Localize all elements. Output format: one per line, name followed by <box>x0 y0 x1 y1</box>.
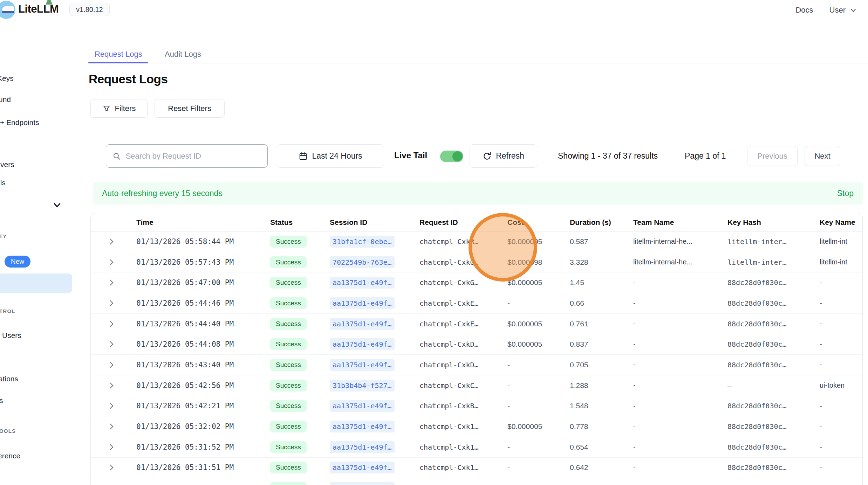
cell-cost: - <box>507 437 510 457</box>
session-id-link[interactable]: aa1375d1-e49f… <box>330 462 395 473</box>
cell-key-name: ui-token <box>820 375 845 396</box>
time-range-button[interactable]: Last 24 Hours <box>277 144 384 168</box>
expand-row-chevron-icon[interactable] <box>108 362 114 368</box>
cell-team-name: - <box>633 375 636 396</box>
sidebar-item-logs-selected[interactable] <box>0 273 72 293</box>
table-row: 01/13/2026 05:47:00 PM Success aa1375d1-… <box>91 272 862 293</box>
status-badge: Success <box>270 297 307 309</box>
reset-filters-button[interactable]: Reset Filters <box>155 99 225 118</box>
cell-cost: $0.000005 <box>507 314 542 334</box>
cell-request-id: chatcmpl-Cxk1… <box>419 478 479 485</box>
cell-key-hash: 88dc28d0f030c… <box>727 355 787 375</box>
cell-time: 01/13/2026 05:44:46 PM <box>136 293 234 313</box>
cell-request-id: chatcmpl-Cxk1… <box>419 437 479 457</box>
live-tail-toggle[interactable] <box>440 151 463 162</box>
sidebar-item-teams[interactable]: s <box>0 396 3 405</box>
col-header-cost: Cost <box>507 213 524 231</box>
sidebar-item-guardrails[interactable]: ils <box>0 179 6 187</box>
session-id-link[interactable]: aa1375d1-e49f… <box>330 277 395 289</box>
previous-page-button[interactable]: Previous <box>747 146 798 166</box>
sidebar-collapse-chevron-icon[interactable] <box>53 200 62 209</box>
litellm-logo <box>0 1 15 19</box>
tab-request-logs[interactable]: Request Logs <box>95 50 142 59</box>
expand-row-chevron-icon[interactable] <box>108 424 114 430</box>
cell-time: 01/13/2026 05:44:08 PM <box>136 334 234 354</box>
cell-duration: 0.705 <box>570 355 588 375</box>
expand-row-chevron-icon[interactable] <box>108 259 114 265</box>
user-menu[interactable]: User <box>829 6 857 15</box>
expand-row-chevron-icon[interactable] <box>108 300 114 306</box>
status-badge: Success <box>270 318 307 330</box>
session-id-link[interactable]: aa1375d1-e49f… <box>330 482 395 485</box>
search-input[interactable] <box>126 152 261 161</box>
cell-duration: 0.642 <box>570 458 588 478</box>
cell-duration: 1.45 <box>570 272 584 293</box>
session-id-link[interactable]: aa1375d1-e49f… <box>330 421 395 432</box>
cell-request-id: chatcmpl-CxkD… <box>419 334 479 354</box>
cell-key-name: - <box>820 478 822 485</box>
table-row: 01/13/2026 05:42:56 PM Success 31b3b4b4-… <box>91 375 862 396</box>
stop-auto-refresh-link[interactable]: Stop <box>837 189 854 198</box>
session-id-link[interactable]: aa1375d1-e49f… <box>330 400 395 412</box>
cell-key-hash: 88dc28d0f030c… <box>727 478 787 485</box>
cell-cost: - <box>507 458 510 478</box>
expand-row-chevron-icon[interactable] <box>108 321 114 327</box>
session-id-link[interactable]: 31b3b4b4-f527… <box>330 380 395 392</box>
results-count: Showing 1 - 37 of 37 results <box>558 151 658 161</box>
status-badge: Success <box>270 421 307 432</box>
filters-button[interactable]: Filters <box>90 99 148 118</box>
sidebar-section-observability: TY <box>0 233 7 239</box>
sidebar-item-servers[interactable]: rvers <box>0 160 14 169</box>
status-badge: Success <box>270 236 307 248</box>
expand-row-chevron-icon[interactable] <box>108 238 114 244</box>
cell-time: 01/13/2026 05:31:51 PM <box>136 458 234 478</box>
sidebar-item-users[interactable]: Users <box>2 331 21 340</box>
cell-key-hash: 88dc28d0f030c… <box>727 396 787 416</box>
sidebar-item-playground[interactable]: und <box>0 95 11 104</box>
session-id-link[interactable]: aa1375d1-e49f… <box>330 338 395 350</box>
expand-row-chevron-icon[interactable] <box>108 341 114 347</box>
session-id-link[interactable]: aa1375d1-e49f… <box>330 441 395 453</box>
auto-refresh-banner: Auto-refreshing every 15 seconds Stop <box>93 182 863 205</box>
status-badge: Success <box>270 359 307 371</box>
session-id-link[interactable]: 31bfa1cf-0ebe… <box>330 236 395 248</box>
col-header-request-id: Request ID <box>419 213 458 231</box>
session-id-link[interactable]: aa1375d1-e49f… <box>330 318 395 330</box>
cell-key-hash: litellm-inter… <box>727 231 787 252</box>
active-tab-underline <box>88 62 148 63</box>
cell-key-name: - <box>820 458 822 478</box>
cell-time: 01/13/2026 05:42:56 PM <box>136 375 234 396</box>
session-id-link[interactable]: aa1375d1-e49f… <box>330 359 395 371</box>
cell-key-hash: 88dc28d0f030c… <box>727 458 787 478</box>
sidebar-item-models-endpoints[interactable]: + Endpoints <box>0 118 39 127</box>
cell-cost: - <box>507 396 510 416</box>
cell-team-name: - <box>633 293 636 313</box>
time-range-label: Last 24 Hours <box>312 151 362 161</box>
status-badge: Success <box>270 338 307 350</box>
cell-cost: - <box>507 478 510 485</box>
expand-row-chevron-icon[interactable] <box>108 382 114 388</box>
table-row: 01/13/2026 05:31:52 PM Success aa1375d1-… <box>91 437 862 458</box>
calendar-icon <box>299 152 308 161</box>
next-page-button[interactable]: Next <box>805 146 840 166</box>
cell-key-hash: 88dc28d0f030c… <box>727 272 787 293</box>
cell-key-hash: 88dc28d0f030c… <box>727 334 787 354</box>
sidebar-item-inference[interactable]: erence <box>0 452 20 460</box>
expand-row-chevron-icon[interactable] <box>108 280 114 286</box>
tab-audit-logs[interactable]: Audit Logs <box>165 50 201 59</box>
session-id-link[interactable]: aa1375d1-e49f… <box>330 297 395 309</box>
session-id-link[interactable]: 7022549b-763e… <box>330 256 395 268</box>
sidebar-item-virtual-keys[interactable]: Keys <box>0 74 14 83</box>
docs-link[interactable]: Docs <box>795 6 813 15</box>
status-badge: Success <box>270 400 307 412</box>
expand-row-chevron-icon[interactable] <box>108 465 114 471</box>
expand-row-chevron-icon[interactable] <box>108 403 114 409</box>
refresh-button[interactable]: Refresh <box>470 144 537 168</box>
expand-row-chevron-icon[interactable] <box>108 444 114 450</box>
sidebar-section-tools: OOLS <box>0 428 16 434</box>
search-icon <box>112 152 121 161</box>
cell-key-hash: 88dc28d0f030c… <box>727 416 787 437</box>
sidebar-item-organizations[interactable]: ations <box>0 375 18 383</box>
table-row: 01/13/2026 05:43:40 PM Success aa1375d1-… <box>91 355 862 375</box>
status-badge: Success <box>270 277 307 289</box>
